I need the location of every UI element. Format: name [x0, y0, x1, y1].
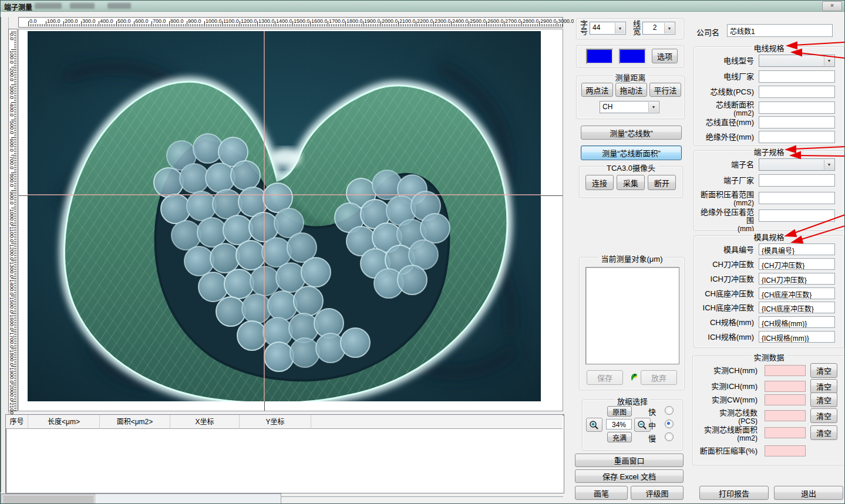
save-excel-button[interactable]: 保存 Excel 文档: [575, 469, 684, 483]
color-swatch-2[interactable]: [619, 49, 646, 64]
redraw-button[interactable]: 重画窗口: [575, 454, 684, 467]
scrollbar-thumb[interactable]: [2, 495, 95, 504]
od-crimp-range-field[interactable]: [759, 209, 835, 222]
measure-core-count-button[interactable]: 测量“芯线数”: [581, 126, 682, 140]
camera-connect-button[interactable]: 连接: [585, 175, 614, 190]
redacted-text: [70, 3, 95, 9]
field-label: CH底座冲压数: [695, 290, 754, 298]
mold-number-field[interactable]: {模具编号}: [759, 243, 835, 255]
insulation-od-field[interactable]: [759, 131, 835, 143]
ich-base-count-field[interactable]: {ICH底座冲压数}: [759, 302, 835, 313]
measured-cw-field[interactable]: [765, 394, 806, 405]
clear-core-area-button[interactable]: 清空: [810, 425, 837, 440]
table-bottom-strip: [281, 496, 563, 504]
app-window: 端子测量 × 0.0100.0200.0300.0400.0500.0600.0…: [0, 0, 845, 504]
vertical-ruler: 0.0100.0200.0300.0400.0500.0600.0700.080…: [8, 29, 18, 411]
measured-core-count-field[interactable]: [765, 410, 806, 421]
drag-method-button[interactable]: 拖动法: [615, 83, 647, 97]
col-header-x[interactable]: X坐标: [170, 415, 240, 429]
pen-button[interactable]: 画笔: [575, 486, 628, 500]
company-label: 公司名: [696, 26, 719, 38]
camera-capture-button[interactable]: 采集: [617, 175, 645, 190]
ch-blade-count-field[interactable]: {CH刀冲压数}: [759, 258, 835, 270]
font-size-select[interactable]: 44 ▼: [590, 22, 626, 35]
zoom-percent-field[interactable]: 34%: [606, 419, 632, 429]
speed-fast-radio[interactable]: [665, 406, 674, 415]
measurement-table[interactable]: 序号 长度<μm> 面积<μm2> X坐标 Y坐标: [5, 414, 564, 493]
measurement-listbox[interactable]: [585, 267, 679, 364]
exit-button[interactable]: 退出: [774, 486, 843, 500]
bird-icon: [630, 373, 638, 382]
two-point-button[interactable]: 两点法: [581, 83, 613, 97]
chevron-down-icon[interactable]: ▼: [824, 160, 834, 170]
color-swatch-1[interactable]: [586, 49, 613, 64]
crosshair-stub: [541, 195, 563, 196]
core-diameter-field[interactable]: [759, 116, 835, 128]
options-button[interactable]: 选项: [652, 49, 678, 63]
col-header-y[interactable]: Y坐标: [240, 415, 311, 429]
measured-core-area-field[interactable]: [765, 427, 806, 438]
fit-button[interactable]: 充满: [607, 432, 632, 442]
compression-ratio-field[interactable]: [765, 445, 806, 456]
clear-cw-button[interactable]: 清空: [810, 393, 837, 407]
color-group: 选项: [576, 45, 684, 67]
col-header-length[interactable]: 长度<μm>: [28, 415, 100, 429]
measure-core-area-button[interactable]: 测量“芯线断面积”: [581, 146, 682, 160]
print-report-button[interactable]: 打印报告: [699, 486, 769, 500]
font-line-group: 字号 44 ▼ 线宽 2 ▼: [576, 18, 684, 39]
field-label: ICH规格(mm): [695, 333, 754, 341]
area-crimp-range-field[interactable]: [759, 192, 835, 204]
wire-maker-field[interactable]: [759, 70, 835, 83]
close-button[interactable]: ×: [822, 1, 842, 11]
chevron-down-icon[interactable]: ▼: [648, 102, 658, 112]
measured-ch-field[interactable]: [765, 365, 806, 376]
ch-base-count-field[interactable]: {CH底座冲压数}: [759, 287, 835, 299]
camera-disconnect-button[interactable]: 断开: [648, 175, 676, 190]
company-field[interactable]: 芯线数1: [727, 24, 833, 37]
field-label: 芯线断面积(mm2): [695, 101, 754, 117]
measured-ich-field[interactable]: [765, 381, 806, 392]
ich-spec-field[interactable]: {ICH规格(mm)}: [759, 331, 835, 343]
field-label: CH刀冲压数: [695, 261, 754, 269]
clear-ch-button[interactable]: 清空: [810, 363, 837, 378]
chevron-down-icon[interactable]: ▼: [664, 23, 674, 33]
wire-model-select[interactable]: ▼: [759, 55, 835, 67]
group-title: 当前测量对象(μm): [599, 253, 665, 264]
terminal-name-select[interactable]: ▼: [759, 158, 835, 171]
ch-spec-field[interactable]: {CH规格(mm)}: [759, 316, 835, 328]
line-width-select[interactable]: 2 ▼: [642, 22, 675, 35]
col-header-index[interactable]: 序号: [6, 415, 28, 429]
channel-select[interactable]: CH ▼: [600, 101, 659, 113]
col-header-area[interactable]: 面积<μm2>: [100, 415, 170, 429]
speed-slow-radio[interactable]: [665, 432, 674, 441]
save-button[interactable]: 保存: [587, 370, 623, 385]
group-title: 电线规格: [751, 42, 786, 53]
mold-spec-group: 模具规格 模具编号 {模具编号} CH刀冲压数 {CH刀冲压数} ICH刀冲压数…: [693, 235, 844, 348]
measure-distance-group: 测量距离 两点法 拖动法 平行法 CH ▼: [576, 76, 685, 119]
core-area-field[interactable]: [759, 102, 835, 114]
chevron-down-icon[interactable]: ▼: [615, 23, 625, 33]
parallel-method-button[interactable]: 平行法: [649, 83, 681, 97]
discard-button[interactable]: 放弃: [641, 370, 677, 385]
line-width-label: 线宽: [633, 20, 642, 35]
terminal-maker-field[interactable]: [759, 174, 835, 187]
zoom-in-icon[interactable]: [586, 418, 602, 432]
redacted-text: [35, 3, 62, 9]
microscope-image[interactable]: [28, 31, 541, 401]
core-count-field[interactable]: [759, 86, 835, 98]
clear-ich-button[interactable]: 清空: [810, 379, 837, 394]
rating-chart-button[interactable]: 评级图: [631, 486, 684, 500]
ich-blade-count-field[interactable]: {ICH刀冲压数}: [759, 273, 835, 285]
horizontal-scrollbar[interactable]: [1, 493, 281, 504]
field-label: 芯线数(PCS): [695, 88, 754, 96]
wire-spec-group: 电线规格 电线型号 ▼ 电线厂家 芯线数(PCS) 芯线断面积(mm2) 芯线直…: [693, 46, 844, 146]
field-label: 实测CH(mm): [694, 367, 758, 375]
original-size-button[interactable]: 原图: [607, 406, 632, 417]
clear-core-count-button[interactable]: 清空: [810, 408, 837, 423]
speed-medium-radio[interactable]: [665, 420, 674, 428]
field-label: 实测ICH(mm): [694, 383, 758, 391]
chevron-down-icon[interactable]: ▼: [824, 56, 834, 66]
image-viewport[interactable]: [18, 29, 563, 411]
col-header-empty: [311, 415, 563, 429]
zoom-group: 放缩选择 原图 34% 充满 快 中 慢: [582, 400, 683, 451]
